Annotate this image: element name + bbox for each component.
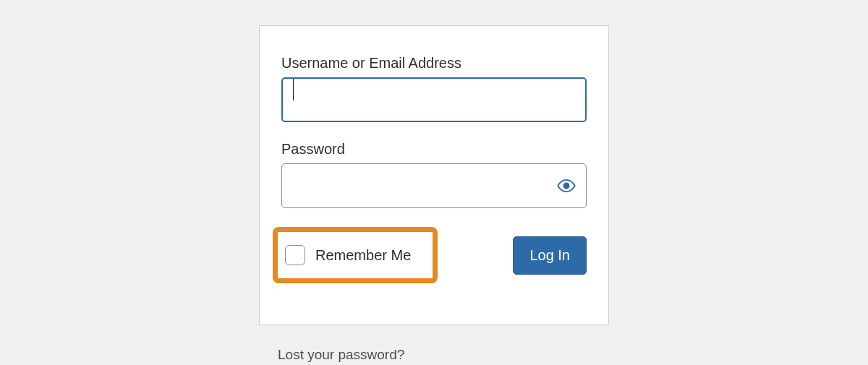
remember-me-highlight: Remember Me	[273, 227, 438, 283]
form-actions-row: Remember Me Log In	[281, 227, 587, 283]
password-block: Password	[281, 141, 587, 208]
username-label: Username or Email Address	[281, 55, 587, 72]
password-input[interactable]	[281, 163, 587, 208]
eye-icon	[556, 176, 576, 196]
password-label: Password	[281, 141, 587, 158]
remember-me-checkbox[interactable]	[285, 245, 305, 265]
text-cursor-icon	[293, 79, 294, 100]
login-button[interactable]: Log In	[513, 236, 587, 275]
show-password-button[interactable]	[553, 173, 579, 199]
svg-point-0	[564, 184, 569, 189]
login-form-card: Username or Email Address Password Remem…	[259, 25, 609, 325]
remember-me-label[interactable]: Remember Me	[315, 247, 411, 264]
username-block: Username or Email Address	[281, 55, 587, 122]
password-wrapper	[281, 163, 587, 208]
lost-password-link[interactable]: Lost your password?	[278, 347, 404, 363]
username-input[interactable]	[281, 77, 587, 122]
